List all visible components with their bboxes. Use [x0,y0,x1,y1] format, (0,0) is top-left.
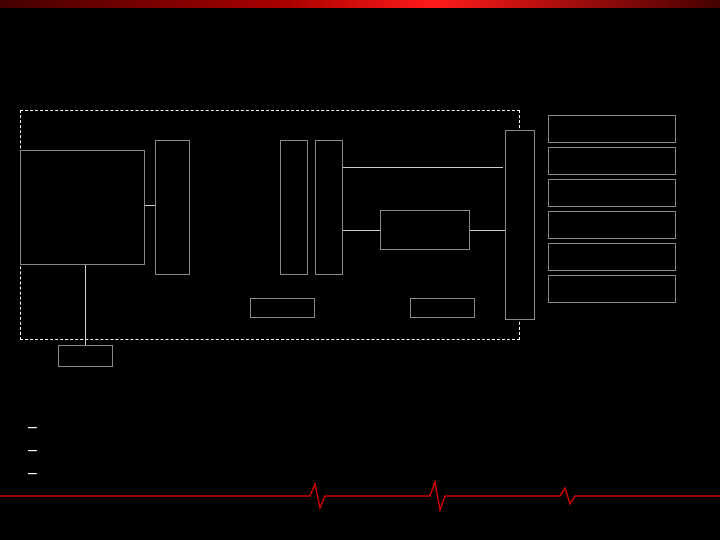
bullet-2 [28,438,37,461]
web-service-client-box [20,150,145,265]
bullet-3 [28,461,37,484]
message-oriented-box [380,210,470,250]
stack-plsql [548,211,676,239]
services-row [196,332,686,352]
soap-label [202,150,277,176]
request-response-label [355,158,495,178]
connector-line [145,205,155,206]
find-label [202,240,277,266]
publish-label [375,280,455,296]
bullet-1 [28,415,37,438]
binding-box [155,140,190,275]
stack-jms [548,275,676,303]
impl-stack-column [548,115,676,307]
connector-line [85,265,86,345]
connector-line [343,230,380,231]
soap-servlet-box [315,140,343,275]
wsdl-box [410,298,475,318]
stack-stateless-ejb [548,179,676,207]
java-xml-binding-box [505,130,535,320]
bullet-list [28,415,37,485]
connector-line [343,167,503,168]
stack-htmlxml [548,243,676,271]
connector-line [470,230,505,231]
stack-stateless-java [548,115,676,143]
architecture-diagram [20,110,700,400]
apache-http-box [280,140,308,275]
stack-stateful-java [548,147,676,175]
uddi-left-box [58,345,113,367]
ekg-graphic [0,480,720,512]
uddi-middle-box [250,298,315,318]
header-accent [0,0,720,8]
